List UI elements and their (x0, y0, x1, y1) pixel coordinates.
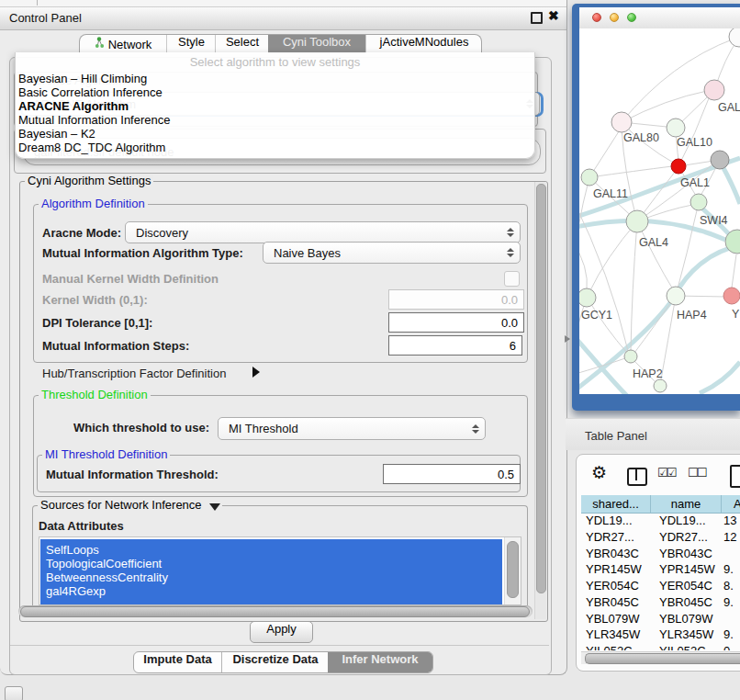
tab-infer-network[interactable]: Infer Network (328, 652, 432, 672)
algorithm-option[interactable]: Bayesian – K2 (18, 127, 95, 141)
tab-cyni-toolbox[interactable]: Cyni Toolbox (268, 35, 365, 53)
gear-icon[interactable]: ⚙ (591, 462, 607, 482)
network-node[interactable] (711, 151, 729, 169)
tab-impute-data[interactable]: Impute Data (134, 652, 221, 672)
attributes-list[interactable]: SelfLoopsTopologicalCoefficientBetweenne… (39, 536, 521, 605)
table-row[interactable]: YBR043CYBR043C (581, 546, 740, 562)
network-node[interactable] (704, 80, 724, 100)
splitter-collapse-icon[interactable] (565, 335, 570, 343)
table-hscrollbar[interactable] (581, 651, 740, 664)
network-node[interactable] (723, 288, 740, 304)
manual-kernel-checkbox[interactable] (504, 271, 520, 287)
network-node[interactable] (579, 288, 596, 307)
attribute-item[interactable]: TopologicalCoefficient (46, 557, 162, 570)
table-row[interactable]: YBL079WYBL079W (581, 611, 740, 627)
aracne-mode-label: Aracne Mode: (42, 226, 121, 240)
float-window-icon[interactable] (531, 12, 543, 24)
table-row[interactable]: YPR145WYPR145W9. (581, 561, 740, 578)
mi-threshold-input[interactable]: 0.5 (383, 464, 521, 484)
table-panel-title: Table Panel (585, 429, 647, 443)
select-all-icon[interactable]: ☑☑ (657, 466, 675, 480)
network-node[interactable] (667, 119, 685, 137)
network-node[interactable] (667, 287, 685, 305)
top-strip-divider (37, 0, 38, 6)
algorithm-option[interactable]: Dream8 DC_TDC Algorithm (18, 141, 165, 154)
network-node-label: HAP2 (633, 367, 663, 380)
minimized-panel-icon[interactable] (5, 686, 23, 700)
document-icon[interactable] (730, 465, 740, 488)
column-header-shared[interactable]: shared... (581, 495, 651, 514)
tab-select[interactable]: Select (215, 35, 269, 53)
algorithm-option[interactable]: ARACNE Algorithm (18, 99, 129, 113)
kernel-width-input[interactable]: 0.0 (388, 289, 524, 310)
title-bar[interactable] (0, 7, 566, 30)
algorithm-option[interactable]: Mutual Information Inference (18, 113, 170, 127)
table-row[interactable]: YDL19...YDL19...13 (581, 514, 740, 529)
aracne-mode-value: Discovery (126, 226, 506, 240)
table-cell: YER054C (581, 578, 651, 594)
network-node[interactable] (624, 350, 637, 363)
tab-style-label: Style (178, 35, 205, 49)
mi-algorithm-type-label: Mutual Information Algorithm Type: (42, 246, 243, 260)
network-node-labels: GAL7GAL80GAL10GAL1GAL11SWI4GAL4GCY1HAP4Y… (581, 101, 740, 380)
apply-button[interactable]: Apply (250, 621, 313, 643)
network-window[interactable]: GAL7GAL80GAL10GAL1GAL11SWI4GAL4GCY1HAP4Y… (572, 4, 740, 411)
tab-discretize-data[interactable]: Discretize Data (221, 652, 329, 672)
network-window-titlebar[interactable] (579, 7, 740, 29)
table-cell: YDR27... (651, 529, 722, 546)
attributes-vscrollbar-thumb[interactable] (507, 541, 519, 598)
algorithm-option[interactable]: Bayesian – Hill Climbing (18, 72, 147, 85)
attribute-item[interactable]: BetweennessCentrality (46, 570, 168, 584)
tab-style[interactable]: Style (166, 35, 216, 53)
network-node[interactable] (729, 28, 740, 47)
settings-title: Cyni Algorithm Settings (25, 175, 153, 187)
table-row[interactable]: YLR345WYLR345W9. (581, 627, 740, 643)
mi-algorithm-type-combo[interactable]: Naive Bayes (263, 242, 521, 264)
deselect-all-icon[interactable]: ☐☐ (688, 466, 705, 480)
zoom-traffic-light[interactable] (627, 13, 636, 22)
close-icon[interactable]: ✖ (548, 8, 559, 23)
which-threshold-combo[interactable]: MI Threshold (218, 417, 486, 440)
network-node-label: GAL80 (623, 131, 659, 144)
table-hscrollbar-thumb[interactable] (585, 653, 740, 664)
settings-hscrollbar-thumb[interactable] (20, 606, 530, 617)
hub-expand-icon[interactable] (252, 367, 260, 378)
network-node-label: SWI4 (700, 214, 728, 227)
settings-vscrollbar-thumb[interactable] (536, 184, 546, 593)
attribute-item[interactable]: gal4RGexp (46, 584, 106, 598)
network-node[interactable] (654, 379, 667, 392)
sources-collapse-icon[interactable] (209, 503, 220, 511)
minimize-traffic-light[interactable] (610, 13, 619, 22)
table-row[interactable]: YBR045CYBR045C9. (581, 594, 740, 611)
columns-icon[interactable] (627, 468, 647, 486)
aracne-mode-combo[interactable]: Discovery (125, 221, 521, 243)
column-header-extra[interactable]: A (722, 495, 740, 514)
network-node[interactable] (671, 159, 686, 174)
mi-steps-input[interactable]: 6 (388, 335, 522, 356)
manual-kernel-label: Manual Kernel Width Definition (42, 272, 219, 286)
bottom-tab-group: Impute Data Discretize Data Infer Networ… (133, 651, 433, 673)
table-row[interactable]: YER054CYER054C8. (581, 578, 740, 594)
sources-title: Sources for Network Inference (38, 499, 222, 512)
close-traffic-light[interactable] (592, 13, 601, 22)
tab-jactivemnodules[interactable]: jActiveMNodules (365, 35, 482, 53)
table-cell (722, 611, 740, 627)
column-header-name[interactable]: name (651, 495, 722, 514)
attribute-item[interactable]: SelfLoops (46, 543, 99, 557)
network-canvas[interactable]: GAL7GAL80GAL10GAL1GAL11SWI4GAL4GCY1HAP4Y… (579, 28, 740, 394)
network-node[interactable] (581, 169, 598, 186)
table-row[interactable]: YDR27...YDR27...12 (581, 529, 740, 546)
dpi-tolerance-label: DPI Tolerance [0,1]: (42, 316, 152, 330)
dpi-tolerance-input[interactable]: 0.0 (388, 312, 524, 333)
network-node[interactable] (611, 112, 632, 132)
table-cell: YIL052C (651, 643, 722, 650)
network-node[interactable] (690, 194, 707, 210)
algorithm-option[interactable]: Basic Correlation Inference (18, 85, 163, 99)
table-row[interactable]: YIL052CYIL052C0. (581, 643, 740, 650)
tab-network[interactable]: Network (80, 35, 166, 53)
hub-definition-label[interactable]: Hub/Transcription Factor Definition (42, 367, 226, 380)
table-rows: YDL19...YDL19...13YDR27...YDR27...12YBR0… (581, 514, 740, 650)
table-cell: YPR145W (651, 561, 722, 578)
network-node[interactable] (626, 210, 648, 232)
table-cell: YBR045C (581, 594, 651, 611)
